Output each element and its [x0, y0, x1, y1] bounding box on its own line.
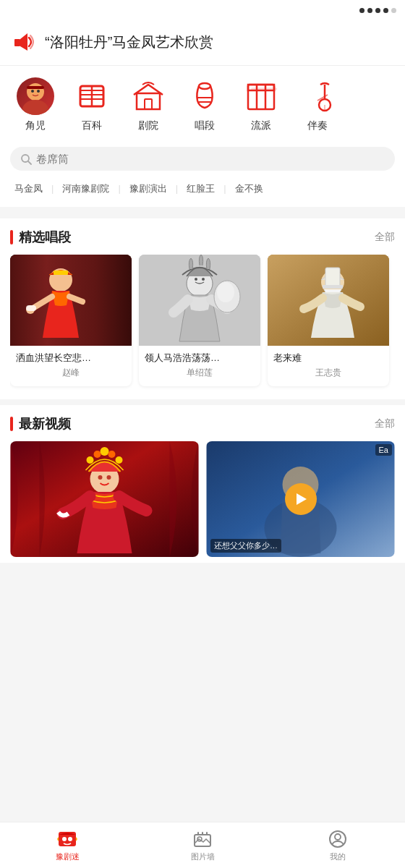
svg-point-49 — [101, 447, 109, 456]
tag-3[interactable]: 红脸王 — [182, 181, 219, 197]
featured-title-group: 精选唱段 — [10, 229, 71, 246]
category-nav: 角児 百科 — [0, 66, 405, 140]
status-dot-5 — [391, 8, 396, 13]
video-row: 还想父父你多少… Ea — [10, 441, 395, 557]
category-item-encyclopedia[interactable]: 百科 — [64, 77, 120, 132]
card-sub-0: 赵峰 — [16, 367, 126, 379]
svg-rect-28 — [54, 271, 68, 275]
svg-point-47 — [87, 456, 94, 464]
category-item-aria[interactable]: 唱段 — [176, 77, 233, 132]
svg-marker-1 — [20, 33, 27, 51]
category-label-accompaniment: 伴奏 — [307, 119, 328, 132]
featured-more[interactable]: 全部 — [375, 231, 395, 244]
style-icon — [242, 77, 280, 115]
play-button[interactable] — [285, 483, 317, 515]
svg-rect-9 — [137, 93, 160, 109]
svg-rect-0 — [14, 39, 20, 46]
status-dot-4 — [383, 8, 388, 13]
video-header: 最新视频 全部 — [10, 415, 395, 433]
featured-card-0[interactable]: 洒血洪望长空悲… 赵峰 — [10, 255, 132, 386]
svg-rect-5 — [27, 86, 44, 89]
tags-row: 马金凤 | 河南豫剧院 | 豫剧演出 | 红脸王 | 金不换 — [0, 178, 405, 213]
featured-bar — [10, 230, 13, 244]
svg-point-3 — [22, 100, 48, 115]
svg-point-37 — [217, 282, 234, 302]
featured-cards-row: 洒血洪望长空悲… 赵峰 — [10, 255, 395, 393]
card-title-0: 洒血洪望长空悲… — [16, 352, 126, 365]
category-label-style: 流派 — [251, 119, 271, 132]
svg-point-58 — [62, 837, 67, 841]
category-item-avatar[interactable]: 角児 — [7, 77, 64, 132]
svg-point-38 — [195, 278, 197, 281]
ea-badge: Ea — [375, 444, 392, 456]
speaker-icon — [12, 29, 38, 55]
svg-point-50 — [108, 451, 116, 458]
svg-point-11 — [199, 83, 210, 89]
svg-point-51 — [116, 456, 123, 464]
category-label-avatar: 角児 — [25, 119, 46, 132]
card-info-1: 领人马浩浩荡荡… 单绍莲 — [139, 346, 260, 386]
video-card-1[interactable]: 还想父父你多少… Ea — [206, 441, 395, 557]
svg-point-52 — [98, 475, 103, 480]
status-dot-2 — [367, 8, 372, 13]
status-dot-3 — [375, 8, 380, 13]
tag-0[interactable]: 马金凤 — [10, 181, 47, 197]
card-info-2: 老来难 王志贵 — [268, 346, 389, 386]
bottom-nav: 豫剧迷 图片墙 我的 — [0, 822, 405, 868]
nav-label-profile: 我的 — [330, 851, 346, 862]
svg-point-59 — [68, 837, 72, 841]
avatar-icon — [17, 77, 54, 115]
header-title: “洛阳牡丹”马金凤艺术欣赏 — [45, 33, 213, 52]
category-item-accompaniment[interactable]: 伴奏 — [289, 77, 346, 132]
nav-item-profile[interactable]: 我的 — [270, 822, 405, 868]
video-title-group: 最新视频 — [10, 415, 71, 433]
category-item-style[interactable]: 流派 — [233, 77, 289, 132]
search-icon — [20, 153, 32, 165]
nav-label-gallery: 图片墙 — [191, 851, 215, 862]
svg-point-53 — [107, 475, 111, 480]
tag-1[interactable]: 河南豫剧院 — [58, 181, 114, 197]
featured-card-2[interactable]: 老来难 王志贵 — [268, 255, 389, 386]
profile-icon — [328, 829, 348, 849]
nav-item-gallery[interactable]: 图片墙 — [135, 822, 270, 868]
svg-rect-43 — [325, 268, 340, 288]
accompany-icon — [299, 77, 336, 115]
nav-label-home: 豫剧迷 — [56, 851, 80, 862]
status-bar — [0, 0, 405, 20]
card-info-0: 洒血洪望长空悲… 赵峰 — [10, 346, 132, 386]
search-input[interactable] — [36, 153, 385, 165]
nav-item-home[interactable]: 豫剧迷 — [0, 822, 135, 868]
svg-rect-18 — [251, 88, 277, 90]
search-bar[interactable] — [10, 147, 395, 171]
search-container — [0, 140, 405, 178]
video-card-0[interactable] — [10, 441, 199, 557]
theater-icon — [129, 77, 167, 115]
video-label-1: 还想父父你多少… — [210, 539, 281, 553]
gallery-icon — [192, 829, 213, 849]
video-more[interactable]: 全部 — [375, 417, 395, 430]
svg-point-7 — [37, 90, 40, 93]
featured-title: 精选唱段 — [19, 229, 71, 246]
featured-section: 精选唱段 全部 — [0, 218, 405, 399]
book-icon — [73, 77, 111, 115]
card-sub-2: 王志贵 — [273, 367, 383, 379]
aria-icon — [186, 77, 223, 115]
tag-2[interactable]: 豫剧演出 — [125, 181, 171, 197]
card-thumb-2 — [268, 255, 389, 346]
category-item-theater[interactable]: 剧院 — [120, 77, 176, 132]
svg-line-24 — [28, 161, 31, 164]
status-dot-1 — [359, 8, 364, 13]
opera-home-icon — [57, 829, 77, 849]
category-label-aria: 唱段 — [195, 119, 215, 132]
svg-rect-10 — [145, 99, 152, 109]
tag-4[interactable]: 金不换 — [231, 181, 268, 197]
svg-point-6 — [31, 90, 34, 93]
card-title-1: 领人马浩浩荡荡… — [145, 352, 255, 365]
video-section: 最新视频 全部 — [0, 405, 405, 563]
card-thumb-1 — [139, 255, 260, 346]
status-dots — [359, 8, 396, 13]
svg-point-39 — [202, 278, 205, 281]
featured-card-1[interactable]: 领人马浩浩荡荡… 单绍莲 — [139, 255, 260, 386]
category-label-theater: 剧院 — [138, 119, 158, 132]
svg-rect-44 — [323, 285, 343, 289]
